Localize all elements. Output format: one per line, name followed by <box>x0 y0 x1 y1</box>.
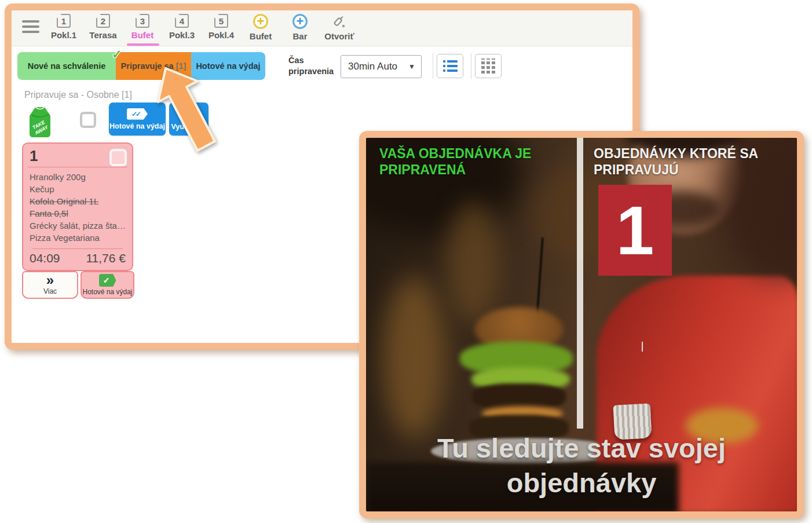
menu-icon[interactable] <box>22 20 39 35</box>
select-all-checkbox[interactable] <box>80 112 96 128</box>
filter-new-button[interactable]: Nové na schválenie <box>17 52 116 80</box>
prep-time-label: Čas pripravenia <box>288 55 339 77</box>
list-icon <box>443 58 458 74</box>
active-tab-underline <box>127 43 159 46</box>
tab-terasa[interactable]: 2 Terasa <box>83 14 123 41</box>
order-card[interactable]: 1 Hranolky 200g Kečup Kofola Original 1L… <box>22 142 133 271</box>
chevrons-right-icon: » <box>46 275 54 286</box>
tab-bar-new[interactable]: + Bar <box>280 14 320 41</box>
photo-glow <box>382 277 446 439</box>
customer-display-window: VAŠA OBJEDNÁVKA JE PRIPRAVENÁ OBJEDNÁVKY… <box>359 131 804 518</box>
divider <box>28 167 127 167</box>
tab-number-icon: 4 <box>175 14 189 28</box>
card-ready-button[interactable]: ✓ Hotové na výdaj <box>81 271 134 299</box>
order-items: Hranolky 200g Kečup Kofola Original 1L F… <box>30 171 126 244</box>
preparing-count: [1] <box>176 61 186 71</box>
prep-time-value: 30min Auto <box>348 61 408 72</box>
column-divider <box>577 138 583 429</box>
grid-view-button[interactable] <box>475 54 502 78</box>
grid-icon <box>481 58 495 74</box>
ready-column-header: VAŠA OBJEDNÁVKA JE PRIPRAVENÁ <box>379 146 559 178</box>
ready-for-pickup-button[interactable]: ✓✓ Hotové na výdaj <box>109 103 166 136</box>
photo-glow <box>447 202 499 323</box>
order-item-struck: Kofola Original 1L <box>30 195 126 207</box>
tab-bufet-new[interactable]: + Bufet <box>241 14 280 41</box>
plus-icon: + <box>292 14 308 29</box>
list-view-button[interactable] <box>437 54 463 78</box>
toolbar-separator <box>471 53 471 79</box>
filter-ready-button[interactable]: Hotové na výdaj <box>191 52 265 80</box>
preparing-order-number-tile: 1 <box>598 185 672 276</box>
takeaway-bag-icon: TAKE AWAY <box>24 103 54 139</box>
order-time: 04:09 <box>30 251 60 265</box>
tab-number-icon: 2 <box>96 14 110 28</box>
checkout-button[interactable]: € Vyúčtovať <box>169 103 209 136</box>
tab-otvorit[interactable]: Otvoriť <box>320 14 359 41</box>
prep-time-select[interactable]: 30min Auto ▼ <box>341 55 422 78</box>
order-item: Pizza Vegetariana <box>30 232 126 244</box>
tab-bufet[interactable]: 3 Bufet <box>123 14 162 41</box>
photo-skewer <box>536 237 544 319</box>
preparing-column-header: OBJEDNÁVKY KTORÉ SA PRIPRAVUJÚ <box>594 146 767 178</box>
display-tagline: Tu sledujte stav svojej objednávky <box>366 431 797 500</box>
pos-top-bar: 1 Pokl.1 2 Terasa 3 Bufet 4 Pokl.3 5 Pok… <box>12 10 632 46</box>
tab-number-icon: 1 <box>57 14 71 28</box>
more-button[interactable]: » Viac <box>22 271 78 299</box>
order-item: Kečup <box>30 183 126 195</box>
toolbar-separator <box>433 53 433 79</box>
euro-refresh-icon: € <box>182 107 196 121</box>
green-check-tag-icon: ✓ <box>99 274 116 287</box>
order-price: 11,76 € <box>86 251 126 265</box>
filter-preparing-button[interactable]: Pripravuje sa [1] <box>116 52 191 80</box>
order-item: Grécky šalát, pizza šta… <box>30 220 126 232</box>
tab-pokl4[interactable]: 5 Pokl.4 <box>202 14 241 41</box>
order-item-struck: Fanta 0,5l <box>30 207 126 220</box>
selected-check-icon: ✓ <box>112 47 122 61</box>
section-label: Pripravuje sa - Osobne [1] <box>24 90 132 100</box>
double-check-tag-icon: ✓✓ <box>127 108 148 120</box>
register-tabs: 1 Pokl.1 2 Terasa 3 Bufet 4 Pokl.3 5 Pok… <box>44 14 359 41</box>
tab-pokl3[interactable]: 4 Pokl.3 <box>162 14 202 41</box>
order-item: Hranolky 200g <box>30 171 126 183</box>
tab-number-icon: 5 <box>214 14 228 28</box>
plus-icon: + <box>253 14 268 29</box>
order-checkbox[interactable] <box>109 149 127 166</box>
chevron-down-icon: ▼ <box>408 63 415 71</box>
bottle-icon <box>332 14 347 29</box>
tab-pokl1[interactable]: 1 Pokl.1 <box>44 14 83 41</box>
text-caret <box>642 342 643 352</box>
tab-number-icon: 3 <box>136 14 149 28</box>
